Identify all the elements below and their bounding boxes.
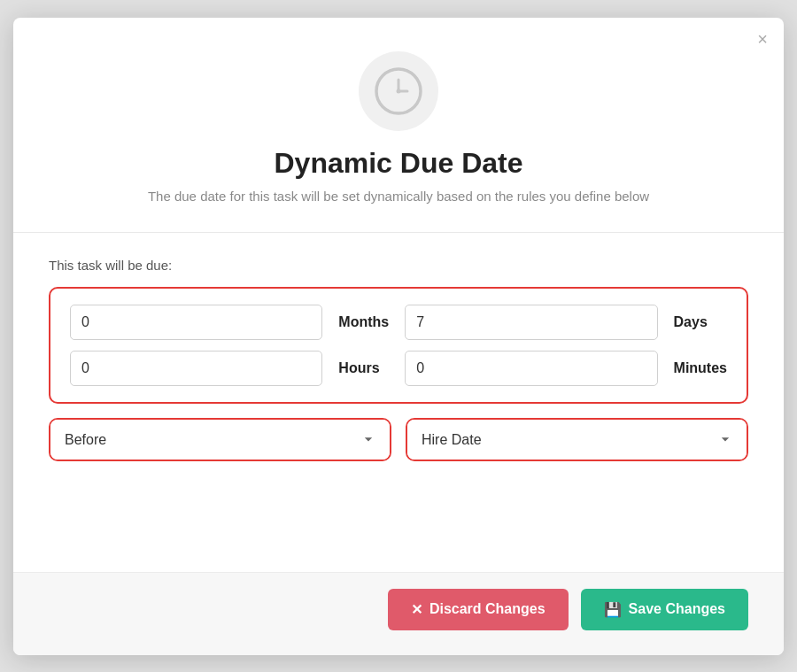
hours-label: Hours	[338, 360, 389, 376]
days-input[interactable]	[405, 305, 657, 340]
modal-subtitle: The due date for this task will be set d…	[148, 189, 649, 204]
fields-grid: Months Days Hours Minutes	[70, 305, 727, 386]
svg-point-3	[397, 89, 401, 93]
days-label: Days	[674, 314, 727, 330]
modal-footer: ✕ Discard Changes 💾 Save Changes	[13, 572, 784, 655]
modal-container: × Dynamic Due Date The due date for this…	[13, 18, 784, 655]
months-input[interactable]	[70, 305, 322, 340]
before-dropdown-box: Before After	[49, 418, 391, 461]
discard-button[interactable]: ✕ Discard Changes	[388, 589, 569, 630]
before-select[interactable]: Before After	[50, 420, 390, 460]
modal-body: This task will be due: Months Days Hours…	[13, 233, 784, 572]
discard-icon: ✕	[411, 601, 422, 618]
months-label: Months	[338, 314, 389, 330]
discard-label: Discard Changes	[429, 601, 546, 617]
minutes-label: Minutes	[674, 360, 727, 376]
save-button[interactable]: 💾 Save Changes	[581, 589, 748, 630]
clock-icon-wrap	[359, 51, 438, 131]
save-icon: 💾	[604, 601, 622, 618]
fields-box: Months Days Hours Minutes	[49, 287, 748, 404]
date-select[interactable]: Hire Date Start Date End Date Created Da…	[407, 420, 747, 460]
date-dropdown-box: Hire Date Start Date End Date Created Da…	[406, 418, 748, 461]
modal-header: Dynamic Due Date The due date for this t…	[13, 18, 784, 223]
hours-input[interactable]	[70, 351, 322, 386]
dropdowns-row: Before After Hire Date Start Date End Da…	[49, 418, 748, 461]
modal-title: Dynamic Due Date	[275, 147, 523, 180]
minutes-input[interactable]	[405, 351, 657, 386]
close-button[interactable]: ×	[757, 30, 768, 48]
clock-icon	[375, 67, 422, 115]
save-label: Save Changes	[629, 601, 725, 617]
task-due-label: This task will be due:	[49, 258, 748, 273]
